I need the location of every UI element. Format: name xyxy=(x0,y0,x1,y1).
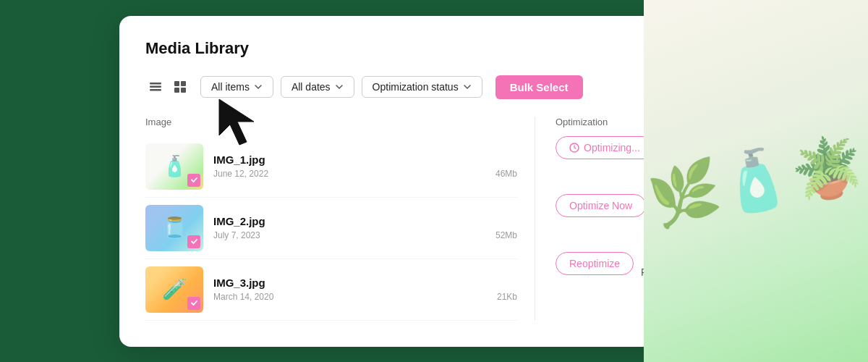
image-thumbnail-3: 🧪 xyxy=(145,266,203,313)
optimize-now-row: Optimize Now xyxy=(556,194,723,235)
image-thumbnail-1: 🧴 xyxy=(145,143,203,190)
optimization-panel: Optimization Optimizing... Optimize Now xyxy=(535,117,723,321)
image-info-1: IMG_1.jpg June 12, 2022 46Mb xyxy=(213,153,517,179)
grid-view-icon[interactable] xyxy=(170,77,190,97)
content-area: Image 🧴 IMG_1.jpg June 12, 2022 46Mb xyxy=(145,117,723,321)
table-row: 🫙 IMG_2.jpg July 7, 2023 52Mb xyxy=(145,198,517,259)
svg-rect-6 xyxy=(181,88,186,93)
all-dates-dropdown[interactable]: All dates xyxy=(281,76,354,98)
svg-rect-0 xyxy=(150,83,161,85)
optimization-status-dropdown[interactable]: Optimization status xyxy=(362,76,482,98)
optimizing-button[interactable]: Optimizing... xyxy=(556,136,654,159)
col-optimization-header: Optimization xyxy=(556,117,723,127)
list-view-icon[interactable] xyxy=(145,77,166,97)
all-items-dropdown[interactable]: All items xyxy=(200,76,273,98)
reoptimize-button[interactable]: Reoptimize xyxy=(556,252,634,275)
col-image-header: Image xyxy=(145,117,517,127)
svg-rect-1 xyxy=(150,86,161,88)
row-checkbox-3[interactable] xyxy=(187,297,200,310)
table-row: 🧪 IMG_3.jpg March 14, 2020 21Kb xyxy=(145,259,517,321)
reoptimize-row: Reoptimize Restore xyxy=(556,252,723,292)
optimizing-row: Optimizing... xyxy=(556,136,723,177)
table-row: 🧴 IMG_1.jpg June 12, 2022 46Mb xyxy=(145,136,517,198)
optimize-now-button[interactable]: Optimize Now xyxy=(556,194,646,217)
toolbar: All items All dates Optimization status … xyxy=(145,75,723,99)
svg-rect-5 xyxy=(174,88,179,93)
image-info-2: IMG_2.jpg July 7, 2023 52Mb xyxy=(213,215,517,240)
image-list-panel: Image 🧴 IMG_1.jpg June 12, 2022 46Mb xyxy=(145,117,535,321)
row-checkbox-1[interactable] xyxy=(187,174,200,187)
restore-link[interactable]: Restore xyxy=(641,266,676,278)
svg-rect-4 xyxy=(181,81,186,86)
svg-rect-3 xyxy=(174,81,179,86)
svg-rect-2 xyxy=(150,89,161,91)
image-thumbnail-2: 🫙 xyxy=(145,205,203,251)
row-checkbox-2[interactable] xyxy=(187,235,200,248)
page-title: Media Library xyxy=(145,39,723,58)
view-toggle[interactable] xyxy=(145,77,190,97)
bulk-select-button[interactable]: Bulk Select xyxy=(495,75,583,99)
image-info-3: IMG_3.jpg March 14, 2020 21Kb xyxy=(213,277,517,302)
